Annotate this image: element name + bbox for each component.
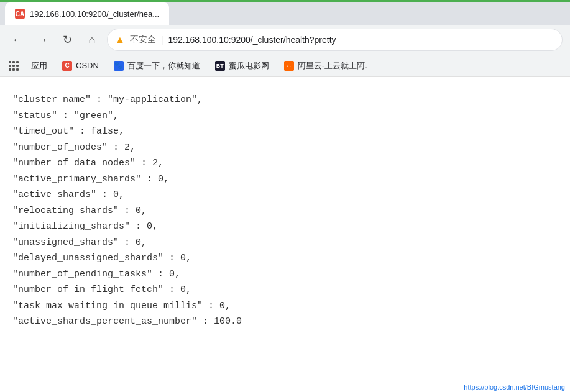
bookmark-ali-label: 阿里云-上云就上阿. [298,60,367,71]
apps-grid-icon [9,61,19,71]
bookmark-apps-label: 应用 [31,60,47,71]
status-url: https://blog.csdn.net/BIGmustang [464,383,565,391]
bookmark-csdn[interactable]: C CSDN [56,58,105,73]
content-area: "cluster_name" : "my-application","statu… [0,77,570,392]
apps-menu-button[interactable] [5,57,22,75]
json-line: "number_of_nodes" : 2, [12,140,558,156]
bookmark-baidu[interactable]: 🐾 百度一下，你就知道 [108,58,206,74]
baidu-favicon: 🐾 [114,61,124,71]
insecure-label: 不安全 [130,34,156,45]
tab-favicon: CA [15,9,25,19]
json-line: "unassigned_shards" : 0, [12,235,558,251]
json-line: "number_of_data_nodes" : 2, [12,155,558,171]
json-line: "status" : "green", [12,108,558,124]
status-bar: https://blog.csdn.net/BIGmustang [459,382,570,392]
tab-label: 192.168.100.10:9200/_cluster/hea... [30,9,159,19]
tab-bar: CA 192.168.100.10:9200/_cluster/hea... [0,2,570,25]
bookmark-ali[interactable]: ↔ 阿里云-上云就上阿. [278,58,374,74]
json-line: "number_of_in_flight_fetch" : 0, [12,282,558,298]
address-bar[interactable]: ▲ 不安全 | 192.168.100.10:9200/_cluster/hea… [107,29,563,51]
json-line: "initializing_shards" : 0, [12,219,558,235]
bookmark-apps[interactable]: 应用 [25,58,53,74]
bookmark-baidu-label: 百度一下，你就知道 [127,60,200,71]
security-warning-icon: ▲ [115,34,125,45]
bookmark-bt-label: 蜜瓜电影网 [229,60,269,71]
json-line: "task_max_waiting_in_queue_millis" : 0, [12,298,558,314]
json-line: "cluster_name" : "my-application", [12,92,558,108]
bookmark-csdn-label: CSDN [76,61,99,70]
ali-favicon: ↔ [284,61,294,71]
json-line: "timed_out" : false, [12,124,558,140]
json-line: "number_of_pending_tasks" : 0, [12,267,558,283]
bt-favicon: BT [215,61,225,71]
back-button[interactable]: ← [7,30,27,50]
home-button[interactable]: ⌂ [82,30,102,50]
nav-bar: ← → ↻ ⌂ ▲ 不安全 | 192.168.100.10:9200/_clu… [0,25,570,55]
json-line: "relocating_shards" : 0, [12,203,558,219]
json-line: "active_primary_shards" : 0, [12,171,558,188]
bookmark-bt[interactable]: BT 蜜瓜电影网 [209,58,275,74]
bookmarks-bar: 应用 C CSDN 🐾 百度一下，你就知道 BT 蜜瓜电影网 ↔ 阿里云-上云就… [0,55,570,77]
separator: | [161,35,163,45]
json-line: "active_shards" : 0, [12,187,558,203]
json-line: "active_shards_percent_as_number" : 100.… [12,314,558,330]
reload-button[interactable]: ↻ [57,30,77,50]
json-line: "delayed_unassigned_shards" : 0, [12,250,558,267]
address-text: 192.168.100.10:9200/_cluster/health?pret… [168,35,554,45]
csdn-favicon: C [62,61,72,71]
active-tab[interactable]: CA 192.168.100.10:9200/_cluster/hea... [5,2,169,25]
forward-button[interactable]: → [32,30,52,50]
json-response: "cluster_name" : "my-application","statu… [12,92,558,330]
